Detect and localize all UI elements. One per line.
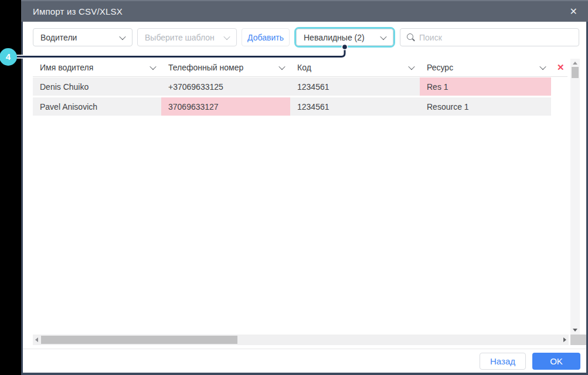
- horizontal-scroll-thumb[interactable]: [41, 336, 237, 344]
- chevron-down-icon[interactable]: [149, 63, 156, 70]
- chevron-down-icon: [119, 33, 125, 39]
- cell-driver-name: Pavel Anisovich: [33, 97, 161, 116]
- back-button[interactable]: Назад: [480, 353, 526, 370]
- toolbar: Водители Выберите шаблон Добавить Невали…: [33, 27, 579, 48]
- table-row[interactable]: Denis Chuiko +37069633125 1234561 Res 1: [33, 77, 551, 96]
- dialog-title: Импорт из CSV/XLSX: [33, 6, 123, 16]
- search-input[interactable]: [419, 33, 573, 42]
- search-box: [400, 28, 579, 46]
- search-icon: [406, 33, 415, 42]
- scroll-right-icon[interactable]: [563, 337, 566, 342]
- cell-driver-name: Denis Chuiko: [33, 77, 161, 96]
- column-header-phone: Телефонный номер: [161, 63, 290, 72]
- cell-code: 1234561: [290, 77, 420, 96]
- validity-filter-value: Невалидные (2): [304, 33, 365, 42]
- cell-phone: +37069633125: [161, 77, 290, 96]
- chevron-down-icon[interactable]: [278, 63, 285, 70]
- vertical-scrollbar[interactable]: [570, 59, 580, 335]
- delete-column-icon[interactable]: ✕: [557, 62, 565, 73]
- chevron-down-icon[interactable]: [408, 63, 414, 70]
- table-body: Denis Chuiko +37069633125 1234561 Res 1 …: [33, 77, 551, 117]
- chevron-down-icon: [223, 33, 230, 39]
- cell-resource: Res 1: [420, 77, 551, 96]
- dialog-titlebar: Импорт из CSV/XLSX ✕: [21, 0, 588, 22]
- cell-phone: 37069633127: [161, 97, 290, 116]
- dialog-footer: Назад OK: [23, 349, 586, 373]
- add-button[interactable]: Добавить: [242, 28, 290, 46]
- close-icon[interactable]: ✕: [570, 7, 577, 16]
- column-header-resource: Ресурс: [420, 63, 551, 72]
- screen: Импорт из CSV/XLSX ✕ Водители Выберите ш…: [0, 0, 588, 375]
- validity-filter-select[interactable]: Невалидные (2): [296, 29, 393, 46]
- vertical-scroll-thumb[interactable]: [572, 67, 579, 78]
- table-header: Имя водителя Телефонный номер Код Ресурс…: [33, 59, 567, 77]
- column-header-code: Код: [290, 63, 420, 72]
- scroll-up-icon[interactable]: [573, 62, 577, 65]
- horizontal-scrollbar[interactable]: [33, 335, 569, 345]
- entity-type-value: Водители: [40, 33, 77, 42]
- validity-filter-highlight: Невалидные (2): [294, 27, 395, 48]
- table-row[interactable]: Pavel Anisovich 37069633127 1234561 Reso…: [33, 97, 551, 116]
- import-dialog: Импорт из CSV/XLSX ✕ Водители Выберите ш…: [21, 0, 588, 375]
- scroll-down-icon[interactable]: [573, 329, 577, 332]
- cell-code: 1234561: [290, 97, 420, 116]
- ok-button[interactable]: OK: [532, 353, 580, 370]
- callout-badge: [0, 48, 17, 66]
- callout-number: 4: [6, 52, 11, 62]
- chevron-down-icon[interactable]: [539, 63, 546, 70]
- cell-resource: Resource 1: [420, 97, 551, 116]
- template-select-placeholder: Выберите шаблон: [145, 33, 215, 42]
- entity-type-select[interactable]: Водители: [33, 28, 132, 46]
- chevron-down-icon: [380, 33, 386, 39]
- template-select[interactable]: Выберите шаблон: [137, 28, 237, 46]
- scrollbar-corner: [570, 335, 586, 345]
- column-header-driver-name: Имя водителя: [33, 63, 161, 72]
- scroll-left-icon[interactable]: [35, 337, 38, 342]
